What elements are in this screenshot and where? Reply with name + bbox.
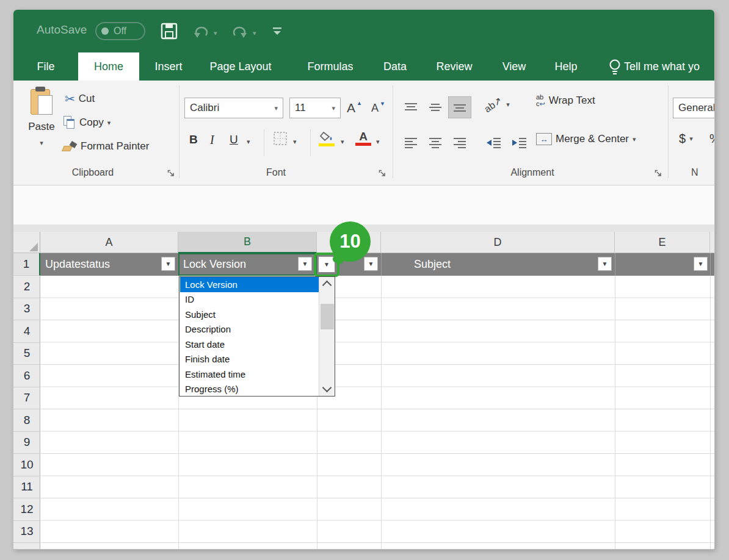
decrease-font-size-button[interactable]: A▼ [371, 98, 385, 118]
row-header-11[interactable]: 11 [13, 476, 40, 499]
increase-font-size-button[interactable]: A▲ [347, 98, 362, 118]
row-header-5[interactable]: 5 [13, 343, 40, 365]
format-painter-button[interactable]: Format Painter [62, 140, 149, 153]
filter-button-c1[interactable]: ▼ [364, 257, 378, 271]
column-header-e[interactable]: E [615, 232, 710, 253]
clipboard-dialog-launcher-icon[interactable] [167, 170, 176, 178]
merge-center-button[interactable]: ↔ Merge & Center ▾ [536, 133, 636, 145]
column-header-b[interactable]: B [178, 232, 317, 253]
tab-help[interactable]: Help [549, 52, 582, 81]
dropdown-item[interactable]: Subject [180, 307, 319, 322]
tab-file[interactable]: File [28, 52, 63, 81]
redo-dropdown-icon[interactable]: ▾ [253, 29, 256, 37]
fill-color-dropdown-icon[interactable]: ▾ [341, 138, 344, 146]
redo-icon[interactable] [231, 24, 249, 40]
borders-dropdown-icon[interactable]: ▾ [293, 138, 297, 146]
bottom-align-button[interactable] [448, 96, 471, 118]
align-left-button[interactable] [399, 132, 423, 154]
align-center-button[interactable] [424, 132, 447, 154]
row-header-8[interactable]: 8 [13, 409, 40, 432]
tell-me-box[interactable]: Tell me what yo [624, 52, 714, 81]
italic-button[interactable]: I [210, 133, 214, 147]
orientation-button[interactable]: ab↗ ▾ [484, 99, 510, 110]
dropdown-item[interactable]: Progress (%) [180, 382, 319, 397]
number-format-value: General [678, 102, 714, 114]
cut-button[interactable]: ✂ Cut [65, 92, 95, 106]
column-header-d[interactable]: D [381, 232, 615, 253]
font-size-select[interactable]: 11 ▾ [289, 98, 341, 118]
scroll-down-icon[interactable] [322, 383, 332, 393]
paste-dropdown-icon[interactable]: ▾ [40, 139, 43, 147]
wrap-text-button[interactable]: abc↩ Wrap Text [536, 94, 595, 107]
underline-button[interactable]: U [230, 133, 238, 146]
font-color-icon[interactable]: A [355, 131, 371, 146]
dropdown-item[interactable]: ID [180, 292, 319, 307]
undo-dropdown-icon[interactable]: ▾ [214, 29, 217, 37]
row-header-column: 1 2 3 4 5 6 7 8 9 10 11 12 13 [13, 253, 40, 549]
fill-color-icon[interactable] [319, 131, 337, 146]
tab-formulas[interactable]: Formulas [300, 52, 360, 81]
tab-view[interactable]: View [498, 52, 530, 81]
customize-quick-access-icon[interactable] [272, 27, 282, 37]
row-header-7[interactable]: 7 [13, 387, 40, 410]
underline-dropdown-icon[interactable]: ▾ [247, 138, 250, 146]
font-color-swatch [355, 143, 371, 146]
filter-button-d1[interactable]: ▼ [598, 257, 612, 271]
dropdown-item[interactable]: Description [180, 322, 319, 337]
row-header-1[interactable]: 1 [13, 253, 40, 276]
dropdown-item[interactable]: Finish date [180, 352, 319, 367]
filter-button-e1[interactable]: ▼ [694, 257, 708, 271]
row-header-9[interactable]: 9 [13, 432, 40, 454]
increase-indent-button[interactable] [508, 132, 531, 154]
borders-icon[interactable] [274, 132, 287, 145]
ribbon-tab-row: File Home Insert Page Layout Formulas Da… [13, 52, 714, 81]
alignment-dialog-launcher-icon[interactable] [655, 170, 663, 178]
font-dialog-launcher-icon[interactable] [379, 170, 387, 178]
number-format-select[interactable]: General [673, 98, 714, 118]
tab-insert[interactable]: Insert [150, 52, 187, 81]
bold-button[interactable]: B [189, 133, 198, 146]
select-all-corner[interactable] [13, 232, 40, 253]
row-header-4[interactable]: 4 [13, 320, 40, 343]
undo-icon[interactable] [192, 24, 210, 40]
formula-bar: B1 ▾ ⋮ × ✓ fx Lock Version [13, 185, 714, 224]
tab-review[interactable]: Review [431, 52, 477, 81]
paste-button[interactable]: Paste ▾ [23, 87, 60, 162]
row-header-10[interactable]: 10 [13, 454, 40, 476]
dropdown-scrollbar[interactable] [319, 277, 335, 396]
scroll-up-icon[interactable] [322, 281, 332, 290]
sheet-grid[interactable]: Updatestatus Lock Version Subject ▼ ▼ ▼ … [40, 253, 714, 549]
copy-button[interactable]: Copy ▾ [63, 116, 111, 129]
copy-dropdown-icon[interactable]: ▾ [107, 119, 111, 127]
middle-align-button[interactable] [424, 96, 447, 118]
tab-data[interactable]: Data [379, 52, 412, 81]
row-header-12[interactable]: 12 [13, 498, 40, 521]
font-family-select[interactable]: Calibri ▾ [184, 98, 283, 118]
decrease-indent-button[interactable] [482, 132, 506, 154]
column-header-a[interactable]: A [40, 232, 178, 253]
top-align-button[interactable] [399, 96, 423, 118]
align-right-button[interactable] [448, 132, 471, 154]
row-header-13[interactable]: 13 [13, 521, 40, 544]
alignment-group-label: Alignment [490, 167, 575, 182]
save-icon[interactable] [160, 22, 178, 40]
dropdown-item[interactable]: Lock Version [180, 277, 319, 292]
cell-a1[interactable]: Updatestatus [45, 253, 110, 276]
row-header-2[interactable]: 2 [13, 276, 40, 298]
percent-format-button[interactable]: % [709, 132, 714, 146]
cell-d1[interactable]: Subject [414, 253, 451, 276]
row-header-6[interactable]: 6 [13, 365, 40, 387]
dropdown-item[interactable]: Start date [180, 337, 319, 352]
scrollbar-thumb[interactable] [321, 304, 334, 329]
currency-icon: $ [679, 132, 686, 146]
merge-center-dropdown-icon[interactable]: ▾ [633, 135, 636, 143]
row-header-3[interactable]: 3 [13, 298, 40, 321]
dropdown-item[interactable]: Estimated time [180, 367, 319, 382]
currency-format-button[interactable]: $ ▾ [679, 132, 693, 146]
filter-button-a1[interactable]: ▼ [161, 257, 175, 271]
autosave-toggle[interactable]: Off [95, 22, 145, 40]
cut-label: Cut [79, 93, 95, 105]
tab-page-layout[interactable]: Page Layout [200, 52, 281, 81]
font-color-dropdown-icon[interactable]: ▾ [376, 138, 380, 146]
tab-home[interactable]: Home [78, 52, 139, 81]
